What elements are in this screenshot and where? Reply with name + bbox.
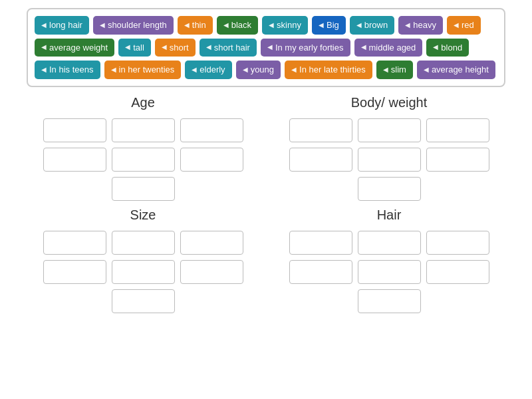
size-row-2 xyxy=(43,260,243,284)
size-drop-7[interactable] xyxy=(112,289,175,313)
age-drop-4[interactable] xyxy=(43,148,106,172)
body-weight-category: Body/ weight xyxy=(273,95,505,201)
word-tall[interactable]: ◀ tall xyxy=(118,39,151,57)
size-drop-1[interactable] xyxy=(43,231,106,255)
age-title: Age xyxy=(27,95,259,110)
hair-row-1 xyxy=(289,231,489,255)
word-average-weight[interactable]: ◀ average weight xyxy=(35,39,114,57)
size-row-1 xyxy=(43,231,243,255)
body-row-1 xyxy=(289,118,489,142)
size-drop-grid xyxy=(27,231,259,313)
word-in-my-early-forties[interactable]: ◀ In my early forties xyxy=(261,39,350,57)
word-heavy[interactable]: ◀ heavy xyxy=(398,16,443,35)
age-row-3 xyxy=(112,177,175,201)
body-drop-6[interactable] xyxy=(426,148,489,172)
word-long-hair[interactable]: ◀ long hair xyxy=(35,16,89,35)
word-big[interactable]: ◀ Big xyxy=(312,16,346,35)
size-drop-4[interactable] xyxy=(43,260,106,284)
word-young[interactable]: ◀ young xyxy=(236,61,281,79)
body-row-3 xyxy=(358,177,421,201)
word-middle-aged[interactable]: ◀ middle aged xyxy=(354,39,423,57)
body-weight-title: Body/ weight xyxy=(273,95,505,110)
hair-row-3 xyxy=(358,289,421,313)
age-drop-5[interactable] xyxy=(112,148,175,172)
word-in-his-teens[interactable]: ◀ In his teens xyxy=(35,61,100,79)
word-average-height[interactable]: ◀ average height xyxy=(417,61,495,79)
word-bank: ◀ long hair ◀ shoulder length ◀ thin ◀ b… xyxy=(27,8,505,87)
body-drop-3[interactable] xyxy=(426,118,489,142)
hair-title: Hair xyxy=(273,207,505,223)
size-drop-2[interactable] xyxy=(112,231,175,255)
age-drop-grid xyxy=(27,118,259,201)
word-slim[interactable]: ◀ slim xyxy=(376,61,413,79)
hair-row-2 xyxy=(289,260,489,284)
hair-drop-7[interactable] xyxy=(358,289,421,313)
word-blond[interactable]: ◀ blond xyxy=(426,39,469,57)
age-drop-2[interactable] xyxy=(112,118,175,142)
size-title: Size xyxy=(27,207,259,223)
body-weight-drop-grid xyxy=(273,118,505,201)
body-drop-7[interactable] xyxy=(358,177,421,201)
body-drop-4[interactable] xyxy=(289,148,352,172)
age-row-2 xyxy=(43,148,243,172)
age-row-1 xyxy=(43,118,243,142)
categories-section-2: Size Hair xyxy=(27,207,505,313)
word-short[interactable]: ◀ short xyxy=(155,39,196,57)
word-shoulder-length[interactable]: ◀ shoulder length xyxy=(93,16,174,35)
word-red[interactable]: ◀ red xyxy=(447,16,481,35)
size-drop-5[interactable] xyxy=(112,260,175,284)
size-drop-3[interactable] xyxy=(180,231,243,255)
body-row-2 xyxy=(289,148,489,172)
hair-drop-3[interactable] xyxy=(426,231,489,255)
word-black[interactable]: ◀ black xyxy=(217,16,258,35)
word-brown[interactable]: ◀ brown xyxy=(350,16,394,35)
word-in-her-twenties[interactable]: ◀ in her twenties xyxy=(104,61,182,79)
hair-drop-5[interactable] xyxy=(358,260,421,284)
word-skinny[interactable]: ◀ skinny xyxy=(262,16,308,35)
age-drop-6[interactable] xyxy=(180,148,243,172)
size-category: Size xyxy=(27,207,259,313)
size-row-3 xyxy=(112,289,175,313)
hair-drop-1[interactable] xyxy=(289,231,352,255)
word-elderly[interactable]: ◀ elderly xyxy=(185,61,231,79)
hair-drop-grid xyxy=(273,231,505,313)
hair-drop-2[interactable] xyxy=(358,231,421,255)
hair-drop-4[interactable] xyxy=(289,260,352,284)
age-category: Age xyxy=(27,95,259,201)
body-drop-1[interactable] xyxy=(289,118,352,142)
size-drop-6[interactable] xyxy=(180,260,243,284)
word-in-her-late-thirties[interactable]: ◀ In her late thirties xyxy=(285,61,372,79)
body-drop-2[interactable] xyxy=(358,118,421,142)
age-drop-3[interactable] xyxy=(180,118,243,142)
age-drop-7[interactable] xyxy=(112,177,175,201)
hair-category: Hair xyxy=(273,207,505,313)
word-thin[interactable]: ◀ thin xyxy=(178,16,213,35)
categories-section: Age Body/ weight xyxy=(27,95,505,201)
hair-drop-6[interactable] xyxy=(426,260,489,284)
word-short-hair[interactable]: ◀ short hair xyxy=(200,39,257,57)
body-drop-5[interactable] xyxy=(358,148,421,172)
age-drop-1[interactable] xyxy=(43,118,106,142)
